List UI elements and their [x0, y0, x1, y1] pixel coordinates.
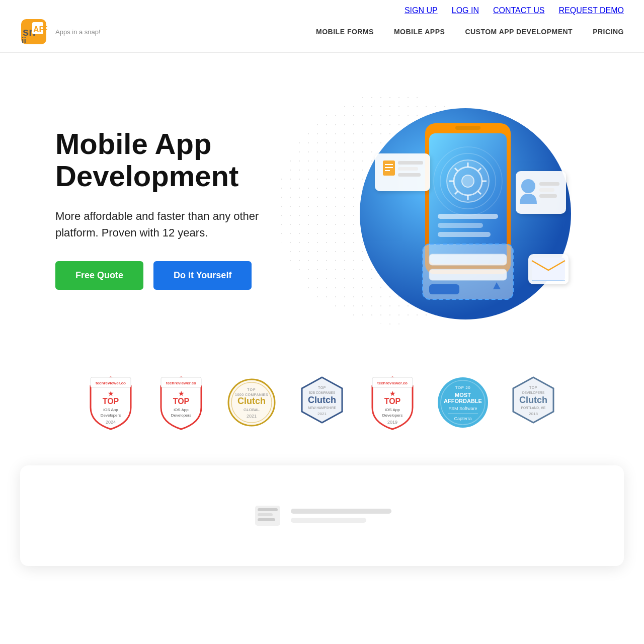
logo-icon: sn APP ii [20, 18, 47, 45]
svg-text:iOS App: iOS App [174, 408, 189, 412]
svg-rect-30 [398, 167, 418, 171]
svg-text:APP: APP [33, 25, 47, 34]
svg-rect-96 [258, 513, 273, 516]
logo-area[interactable]: sn APP ii Apps in a snap! [20, 18, 101, 45]
svg-rect-39 [532, 258, 565, 281]
svg-text:MOST: MOST [455, 392, 471, 398]
badge-5-svg: techreviewer.co ★ TOP iOS App Developers… [367, 375, 418, 430]
svg-text:B2B COMPANIES: B2B COMPANIES [309, 391, 336, 394]
request-demo-button[interactable]: REQUEST DEMO [559, 6, 624, 15]
svg-rect-46 [455, 126, 480, 130]
logo-tagline: Apps in a snap! [55, 28, 101, 36]
svg-rect-21 [438, 214, 498, 219]
svg-text:TOP: TOP [318, 386, 326, 389]
sign-up-link[interactable]: SIGN UP [405, 6, 438, 15]
svg-text:★: ★ [178, 389, 185, 397]
svg-rect-95 [258, 508, 278, 511]
svg-text:2021: 2021 [247, 414, 257, 419]
svg-rect-23 [438, 232, 491, 237]
svg-rect-36 [539, 188, 554, 192]
nav-custom-app[interactable]: CUSTOM APP DEVELOPMENT [465, 28, 573, 36]
svg-text:GLOBAL: GLOBAL [244, 408, 260, 412]
svg-text:PORTLAND, ME: PORTLAND, ME [521, 406, 546, 410]
svg-text:techreviewer.co: techreviewer.co [96, 381, 126, 385]
badge-clutch-portland: TOP DEVELOPERS Clutch PORTLAND, ME 2018 [506, 375, 561, 430]
header: SIGN UP LOG IN CONTACT US REQUEST DEMO s… [0, 0, 644, 53]
svg-point-34 [521, 179, 535, 193]
svg-text:TOP: TOP [384, 397, 401, 406]
badge-7-svg: TOP DEVELOPERS Clutch PORTLAND, ME 2018 [508, 375, 558, 430]
svg-text:2019: 2019 [387, 420, 397, 425]
main-nav-links: MOBILE FORMS MOBILE APPS CUSTOM APP DEVE… [316, 28, 624, 36]
svg-text:TOP: TOP [529, 386, 537, 389]
svg-text:★: ★ [389, 389, 396, 397]
nav-pricing[interactable]: PRICING [593, 28, 624, 36]
svg-text:Developers: Developers [382, 413, 403, 418]
hero-illustration [297, 83, 624, 335]
main-nav-bar: sn APP ii Apps in a snap! MOBILE FORMS M… [0, 18, 644, 52]
svg-text:FSM Software: FSM Software [448, 406, 477, 411]
hero-section: Mobile App Development More affordable a… [0, 53, 644, 355]
svg-text:iOS App: iOS App [385, 408, 400, 412]
svg-text:AFFORDABLE: AFFORDABLE [444, 398, 482, 404]
svg-rect-22 [438, 223, 483, 228]
badges-section: techreviewer.co ★ TOP iOS App Developers… [0, 355, 644, 455]
nav-mobile-apps[interactable]: MOBILE APPS [394, 28, 445, 36]
svg-text:2024: 2024 [106, 420, 116, 425]
svg-text:TOP: TOP [173, 397, 190, 406]
badge-techreviewer-2019: techreviewer.co ★ TOP iOS App Developers… [365, 375, 420, 430]
svg-text:NEW HAMPSHIRE: NEW HAMPSHIRE [308, 406, 336, 410]
svg-text:techreviewer.co: techreviewer.co [377, 381, 408, 385]
bottom-section [0, 455, 644, 566]
do-it-yourself-button[interactable]: Do it Yourself [153, 261, 252, 290]
svg-point-18 [462, 175, 474, 187]
free-quote-button[interactable]: Free Quote [55, 261, 143, 290]
svg-text:ii: ii [22, 36, 26, 45]
badge-3-svg: TOP 1000 COMPANIES Clutch GLOBAL 2021 [226, 375, 277, 430]
badge-1-svg: techreviewer.co ★ TOP iOS App Developers… [86, 375, 136, 430]
bottom-line-2 [291, 518, 366, 523]
svg-text:TOP 20: TOP 20 [455, 385, 470, 390]
log-in-link[interactable]: LOG IN [452, 6, 479, 15]
svg-rect-44 [429, 284, 459, 294]
svg-text:Developers: Developers [101, 413, 121, 418]
badge-clutch-global: TOP 1000 COMPANIES Clutch GLOBAL 2021 [224, 375, 279, 430]
svg-text:2021: 2021 [317, 412, 327, 416]
badge-techreviewer-2: techreviewer.co ★ TOP iOS App Developers [153, 375, 209, 430]
svg-text:TOP: TOP [247, 388, 256, 391]
svg-text:TOP: TOP [103, 397, 119, 406]
svg-text:Capterra: Capterra [454, 416, 471, 421]
top-nav-bar: SIGN UP LOG IN CONTACT US REQUEST DEMO [0, 0, 644, 18]
svg-text:2018: 2018 [529, 412, 538, 416]
bottom-card-inner [253, 503, 391, 528]
svg-rect-31 [398, 173, 421, 177]
svg-rect-37 [539, 194, 557, 198]
nav-mobile-forms[interactable]: MOBILE FORMS [316, 28, 374, 36]
svg-text:DEVELOPERS: DEVELOPERS [522, 391, 545, 394]
bottom-card-content [253, 503, 391, 528]
contact-us-link[interactable]: CONTACT US [493, 6, 545, 15]
badge-4-svg: TOP B2B COMPANIES Clutch NEW HAMPSHIRE 2… [297, 375, 347, 430]
svg-rect-97 [258, 518, 275, 521]
svg-text:★: ★ [108, 389, 114, 397]
svg-rect-42 [429, 254, 507, 265]
svg-text:Clutch: Clutch [308, 395, 336, 405]
svg-text:Developers: Developers [171, 413, 191, 418]
badge-capterra-affordable: TOP 20 MOST AFFORDABLE FSM Software Capt… [435, 375, 491, 430]
svg-rect-33 [516, 171, 566, 214]
svg-text:techreviewer.co: techreviewer.co [166, 381, 196, 385]
bottom-line-1 [291, 509, 391, 514]
svg-text:Clutch: Clutch [237, 396, 266, 406]
svg-rect-43 [429, 269, 507, 280]
badge-6-svg: TOP 20 MOST AFFORDABLE FSM Software Capt… [435, 375, 491, 430]
hero-content: Mobile App Development More affordable a… [55, 128, 297, 290]
svg-rect-29 [398, 161, 423, 165]
badge-techreviewer-2024: techreviewer.co ★ TOP iOS App Developers… [83, 375, 138, 430]
svg-rect-35 [539, 182, 559, 186]
badge-2-svg: techreviewer.co ★ TOP iOS App Developers [156, 375, 206, 430]
bottom-card-icon [253, 503, 283, 528]
hero-title: Mobile App Development [55, 128, 297, 192]
svg-text:iOS App: iOS App [103, 408, 118, 412]
bottom-card [20, 465, 624, 566]
hero-subtitle: More affordable and faster than any othe… [55, 208, 297, 241]
